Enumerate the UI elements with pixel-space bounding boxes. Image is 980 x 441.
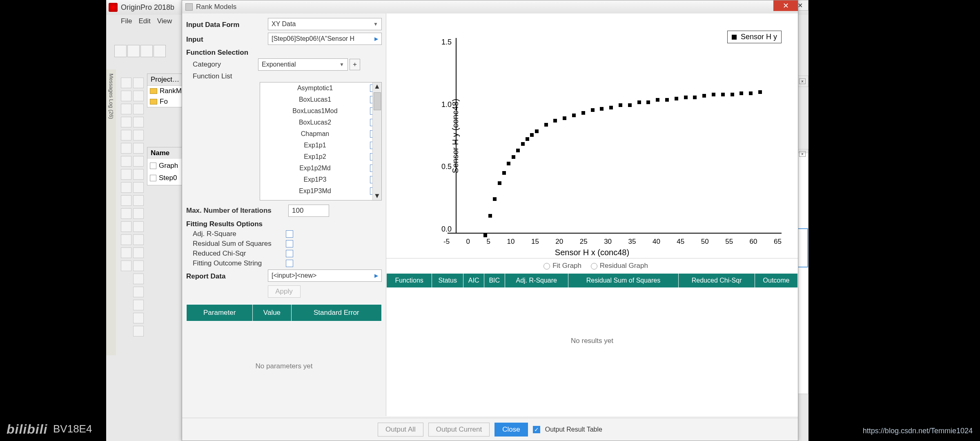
output-current-button[interactable]: Output Current bbox=[428, 423, 490, 437]
function-name: BoxLucas1Mod bbox=[260, 107, 370, 115]
function-selection-label: Function Selection bbox=[186, 49, 382, 57]
tool-btn[interactable] bbox=[133, 117, 144, 127]
option-label: Fitting Outcome String bbox=[193, 259, 286, 267]
function-row[interactable]: BoxLucas1 bbox=[260, 94, 381, 105]
tool-btn[interactable] bbox=[133, 130, 144, 140]
tool-btn[interactable] bbox=[133, 78, 144, 88]
data-point bbox=[656, 98, 659, 102]
residual-graph-radio[interactable] bbox=[591, 263, 597, 270]
range-select-icon[interactable]: ▶ bbox=[374, 273, 378, 278]
function-row[interactable]: Exp1p2 bbox=[260, 151, 381, 163]
function-name: Exp1p2 bbox=[260, 153, 370, 160]
data-point bbox=[526, 137, 529, 141]
category-combo[interactable]: Exponential▼ bbox=[258, 58, 348, 71]
tool-btn[interactable] bbox=[133, 156, 144, 167]
close-button[interactable]: Close bbox=[494, 423, 528, 437]
draw-tool[interactable] bbox=[121, 182, 131, 193]
region-tool[interactable] bbox=[121, 156, 131, 167]
output-all-button[interactable]: Output All bbox=[378, 423, 423, 437]
poly-tool[interactable] bbox=[121, 247, 131, 258]
fit-graph-radio[interactable] bbox=[543, 263, 550, 270]
menu-view[interactable]: View bbox=[157, 17, 172, 25]
close-icon[interactable]: × bbox=[799, 78, 806, 84]
dialog-footer: Output All Output Current Close ✓ Output… bbox=[182, 418, 798, 441]
data-point bbox=[516, 149, 520, 152]
tool-btn[interactable] bbox=[133, 91, 144, 101]
function-row[interactable]: BoxLucas1Mod bbox=[260, 105, 381, 117]
function-row[interactable]: Exp1p2Md bbox=[260, 163, 381, 174]
function-row[interactable]: Exp1P3Md bbox=[260, 185, 381, 197]
function-row[interactable]: Exp1P3 bbox=[260, 174, 381, 185]
apply-button[interactable]: Apply bbox=[268, 285, 301, 298]
toolbar-btn[interactable] bbox=[140, 45, 153, 57]
tool-btn[interactable] bbox=[133, 234, 144, 245]
option-checkbox[interactable] bbox=[286, 230, 293, 238]
data-point bbox=[544, 123, 548, 127]
report-data-field[interactable]: [<input>]<new>▶ bbox=[268, 270, 382, 282]
name-row-label: Step0 bbox=[159, 174, 177, 182]
function-row[interactable]: Chapman bbox=[260, 128, 381, 140]
tool-btn[interactable] bbox=[133, 195, 144, 206]
line-tool[interactable] bbox=[121, 195, 131, 206]
pan-tool[interactable] bbox=[121, 104, 131, 114]
add-category-button[interactable]: + bbox=[350, 59, 360, 70]
function-row[interactable]: Asymptotic1 bbox=[260, 82, 381, 94]
toolbar-btn[interactable] bbox=[127, 45, 140, 57]
messages-log-tab[interactable]: Messages Log (26) bbox=[106, 69, 116, 355]
freehand-tool[interactable] bbox=[121, 261, 131, 271]
option-checkbox[interactable] bbox=[286, 240, 293, 247]
tool-btn[interactable] bbox=[133, 274, 144, 284]
tool-btn[interactable] bbox=[133, 104, 144, 114]
tool-btn[interactable] bbox=[133, 261, 144, 271]
scroll-up-icon[interactable]: ▲ bbox=[374, 82, 381, 91]
range-select-icon[interactable]: ▶ bbox=[374, 36, 378, 42]
scroll-down-icon[interactable]: ▼ bbox=[374, 192, 381, 200]
cursor-tool[interactable] bbox=[121, 130, 131, 140]
tool-btn[interactable] bbox=[133, 326, 144, 336]
tool-btn[interactable] bbox=[133, 221, 144, 232]
menu-edit[interactable]: Edit bbox=[138, 17, 150, 25]
workbook-icon bbox=[150, 175, 156, 181]
rank-models-dialog: Rank Models ✕ Input Data Form XY Data▼ I… bbox=[182, 0, 798, 441]
data-point bbox=[609, 106, 613, 109]
tool-btn[interactable] bbox=[133, 247, 144, 258]
toolbar-btn[interactable] bbox=[154, 45, 166, 57]
close-icon[interactable]: × bbox=[799, 151, 806, 157]
tool-btn[interactable] bbox=[133, 313, 144, 323]
mask-tool[interactable] bbox=[121, 143, 131, 154]
input-range-field[interactable]: [Step06]Step06!(A"Sensor H▶ bbox=[268, 33, 382, 45]
text-tool[interactable] bbox=[121, 169, 131, 180]
circle-tool[interactable] bbox=[121, 234, 131, 245]
x-axis-title: Sensor H x (conc48) bbox=[386, 248, 798, 257]
tool-btn[interactable] bbox=[133, 182, 144, 193]
tool-btn[interactable] bbox=[133, 169, 144, 180]
input-value: 100 bbox=[292, 207, 303, 215]
output-result-checkbox[interactable]: ✓ bbox=[533, 426, 540, 433]
arrow-tool[interactable] bbox=[121, 208, 131, 219]
toolbar-btn[interactable] bbox=[114, 45, 127, 57]
dialog-titlebar[interactable]: Rank Models bbox=[182, 0, 798, 13]
reader-tool[interactable] bbox=[121, 117, 131, 127]
tool-btn[interactable] bbox=[133, 143, 144, 154]
folder-icon bbox=[150, 88, 157, 94]
tools-strip-left2 bbox=[133, 78, 144, 336]
dialog-close-button[interactable]: ✕ bbox=[773, 0, 798, 11]
tool-btn[interactable] bbox=[133, 300, 144, 310]
tool-btn[interactable] bbox=[133, 287, 144, 297]
pointer-tool[interactable] bbox=[121, 78, 131, 88]
y-tick-labels: 1.51.00.50.0 bbox=[431, 38, 452, 234]
option-checkbox[interactable] bbox=[286, 250, 293, 257]
option-checkbox[interactable] bbox=[286, 260, 293, 267]
max-iterations-input[interactable]: 100 bbox=[288, 205, 329, 217]
menu-file[interactable]: File bbox=[121, 17, 132, 25]
rect-tool[interactable] bbox=[121, 221, 131, 232]
zoom-tool[interactable] bbox=[121, 91, 131, 101]
function-row[interactable]: BoxLucas2 bbox=[260, 117, 381, 128]
input-data-form-combo[interactable]: XY Data▼ bbox=[268, 18, 382, 30]
combo-value: [<input>]<new> bbox=[272, 272, 316, 279]
function-row[interactable]: Exp1p1 bbox=[260, 140, 381, 151]
tool-btn[interactable] bbox=[133, 208, 144, 219]
scroll-thumb[interactable] bbox=[374, 92, 381, 110]
function-list-scrollbar[interactable]: ▲▼ bbox=[372, 82, 381, 200]
data-point bbox=[488, 214, 492, 218]
